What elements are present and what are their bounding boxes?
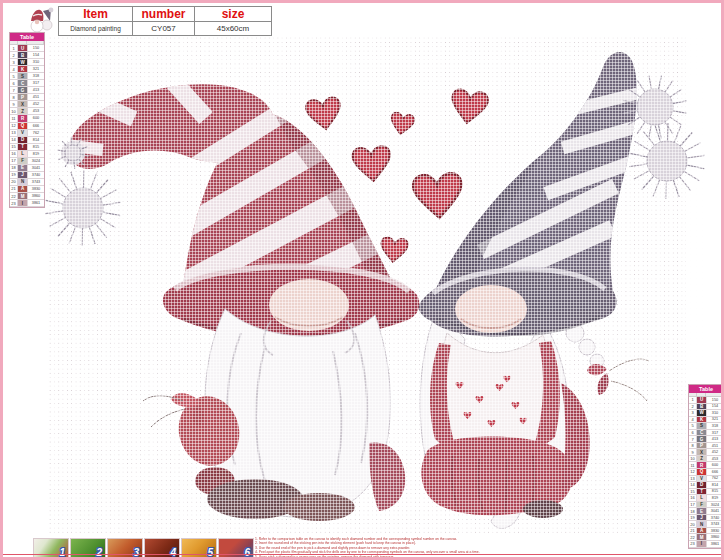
instruction-line: 5. If you stick a diamond to a wrong are… bbox=[255, 555, 507, 559]
legend-row: 3W310 bbox=[10, 59, 44, 66]
legend-code: 154 bbox=[27, 52, 44, 58]
legend-row: 8P451 bbox=[10, 94, 44, 101]
color-legend-right: Table 1U1502B1543W3104K3215S3186C3177G41… bbox=[688, 384, 724, 549]
step-photo: 4 bbox=[144, 538, 180, 558]
legend-row: 23I3861 bbox=[689, 541, 723, 548]
legend-row: 7G413 bbox=[10, 87, 44, 94]
step-photo: 6 bbox=[218, 538, 254, 558]
size-value: 45x60cm bbox=[195, 22, 271, 35]
legend-code: 3861 bbox=[27, 200, 44, 206]
legend-symbol: P bbox=[697, 443, 706, 449]
legend-row: 4K321 bbox=[10, 66, 44, 73]
legend-symbol: D bbox=[18, 137, 27, 143]
legend-code: 3041 bbox=[27, 165, 44, 171]
legend-row: 21A3830 bbox=[10, 186, 44, 193]
legend-code: 3830 bbox=[27, 186, 44, 192]
legend-symbol: C bbox=[697, 430, 706, 436]
step-photo: 2 bbox=[70, 538, 106, 558]
legend-code: 819 bbox=[706, 495, 723, 501]
legend-code: 762 bbox=[706, 476, 723, 482]
legend-code: 3830 bbox=[706, 528, 723, 534]
legend-code: 453 bbox=[27, 108, 44, 114]
legend-symbol: J bbox=[18, 172, 27, 178]
legend-symbol: W bbox=[697, 410, 706, 416]
legend-row: 23I3861 bbox=[10, 200, 44, 207]
legend-symbol: K bbox=[697, 417, 706, 423]
legend-row: 13V762 bbox=[10, 130, 44, 137]
instruction-text: 1. Refer to the comparison table on the … bbox=[255, 537, 507, 560]
legend-symbol: M bbox=[18, 193, 27, 199]
legend-code: 452 bbox=[27, 101, 44, 107]
legend-code: 321 bbox=[27, 66, 44, 72]
legend-symbol: C bbox=[18, 80, 27, 86]
legend-code: 452 bbox=[706, 449, 723, 455]
legend-code: 154 bbox=[706, 404, 723, 410]
legend-row: 17F3024 bbox=[10, 158, 44, 165]
legend-symbol: G bbox=[697, 436, 706, 442]
legend-code: 317 bbox=[706, 430, 723, 436]
legend-symbol: L bbox=[18, 151, 27, 157]
legend-code: 150 bbox=[706, 397, 723, 403]
legend-symbol: B bbox=[18, 52, 27, 58]
legend-symbol: U bbox=[18, 45, 27, 51]
legend-symbol: D bbox=[697, 482, 706, 488]
legend-rows: 1U1502B1543W3104K3215S3186C3177G4138P451… bbox=[10, 45, 44, 207]
legend-row: 2B154 bbox=[10, 52, 44, 59]
legend-row: 14D814 bbox=[10, 137, 44, 144]
legend-code: 666 bbox=[27, 123, 44, 129]
legend-code: 3743 bbox=[27, 179, 44, 185]
legend-title: Table bbox=[10, 33, 44, 41]
legend-row: 16L819 bbox=[10, 151, 44, 158]
legend-code: 3041 bbox=[706, 508, 723, 514]
step-photo: 1 bbox=[33, 538, 69, 558]
legend-symbol: V bbox=[697, 476, 706, 482]
legend-code: 600 bbox=[706, 462, 723, 468]
legend-row: 20N3743 bbox=[10, 179, 44, 186]
col-number: number bbox=[133, 7, 195, 22]
legend-symbol: L bbox=[697, 495, 706, 501]
legend-symbol: P bbox=[18, 94, 27, 100]
legend-symbol: T bbox=[18, 144, 27, 150]
legend-symbol: N bbox=[18, 179, 27, 185]
item-value: Diamond painting bbox=[59, 22, 133, 35]
legend-symbol: X bbox=[697, 449, 706, 455]
legend-symbol: F bbox=[697, 502, 706, 508]
diamond-painting-pattern-sheet: Item number size Diamond painting CY057 … bbox=[0, 0, 724, 560]
legend-symbol: G bbox=[18, 87, 27, 93]
legend-code: 150 bbox=[27, 45, 44, 51]
step-photo: 5 bbox=[181, 538, 217, 558]
legend-code: 321 bbox=[706, 417, 723, 423]
legend-row: 10Z453 bbox=[10, 108, 44, 115]
step-photo: 3 bbox=[107, 538, 143, 558]
legend-symbol: X bbox=[18, 101, 27, 107]
legend-symbol: M bbox=[697, 534, 706, 540]
col-item: Item bbox=[59, 7, 133, 22]
legend-symbol: W bbox=[18, 59, 27, 65]
color-legend-left: Table 1U1502B1543W3104K3215S3186C3177G41… bbox=[9, 32, 45, 208]
legend-code: 310 bbox=[706, 410, 723, 416]
legend-code: 3861 bbox=[706, 541, 723, 547]
legend-row: 15T815 bbox=[10, 144, 44, 151]
legend-symbol: R bbox=[697, 462, 706, 468]
legend-row: 11R600 bbox=[10, 115, 44, 122]
legend-code: 317 bbox=[27, 80, 44, 86]
legend-code: 3743 bbox=[706, 521, 723, 527]
legend-code: 318 bbox=[27, 73, 44, 79]
legend-row: 18E3041 bbox=[10, 165, 44, 172]
two-gnomes-logo-icon bbox=[23, 6, 59, 34]
legend-row: 1U150 bbox=[10, 45, 44, 52]
legend-code: 3860 bbox=[706, 534, 723, 540]
legend-code: 310 bbox=[27, 59, 44, 65]
legend-symbol: R bbox=[18, 115, 27, 121]
legend-code: 600 bbox=[27, 115, 44, 121]
legend-row: 19J3740 bbox=[10, 172, 44, 179]
legend-symbol: Z bbox=[697, 456, 706, 462]
legend-symbol: B bbox=[697, 404, 706, 410]
legend-symbol: Z bbox=[18, 108, 27, 114]
legend-code: 413 bbox=[27, 87, 44, 93]
legend-symbol: A bbox=[697, 528, 706, 534]
legend-symbol: Q bbox=[18, 123, 27, 129]
legend-code: 666 bbox=[706, 469, 723, 475]
legend-code: 762 bbox=[27, 130, 44, 136]
legend-symbol: I bbox=[697, 541, 706, 547]
